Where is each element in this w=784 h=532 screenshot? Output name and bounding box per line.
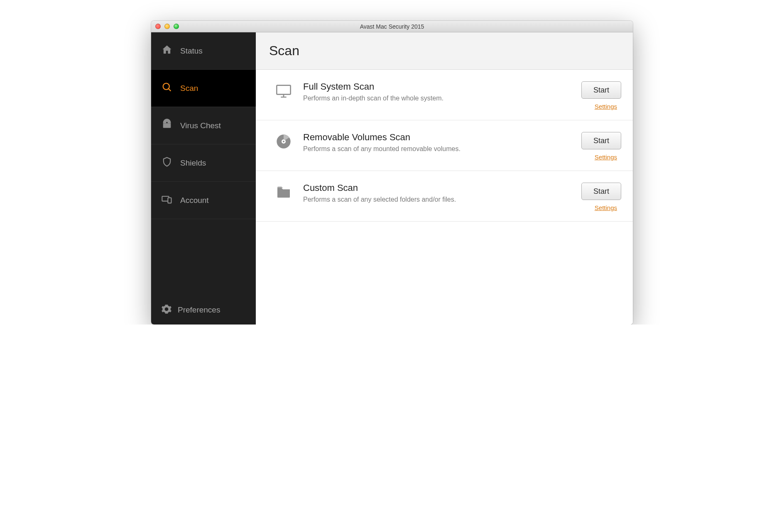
minimize-window-button[interactable]	[164, 24, 170, 29]
titlebar: Avast Mac Security 2015	[151, 21, 633, 32]
svg-rect-5	[168, 198, 171, 203]
sidebar-item-account[interactable]: Account	[151, 182, 256, 219]
scan-actions: Start Settings	[571, 132, 621, 161]
shield-icon	[161, 156, 173, 170]
scan-name: Custom Scan	[303, 183, 571, 193]
sidebar-item-label: Account	[180, 196, 209, 205]
start-button[interactable]: Start	[581, 183, 621, 200]
scan-list: Full System Scan Performs an in-depth sc…	[256, 70, 633, 222]
scan-description: Performs a scan of any mounted removable…	[303, 145, 571, 153]
app-window: Avast Mac Security 2015 Status Scan Vi	[151, 21, 633, 325]
main-pane: Scan Full System Scan Performs an in-dep…	[256, 32, 633, 325]
scan-row-custom: Custom Scan Performs a scan of any selec…	[256, 171, 633, 222]
monitor-icon	[274, 81, 293, 100]
start-button[interactable]: Start	[581, 132, 621, 149]
sidebar-item-status[interactable]: Status	[151, 32, 256, 70]
magnifier-icon	[161, 81, 173, 95]
traffic-lights	[155, 24, 179, 29]
sidebar-item-shields[interactable]: Shields	[151, 144, 256, 182]
sidebar: Status Scan Virus Chest Shields	[151, 32, 256, 325]
close-window-button[interactable]	[155, 24, 161, 29]
main-header: Scan	[256, 32, 633, 70]
scan-actions: Start Settings	[571, 81, 621, 110]
gear-icon	[161, 304, 172, 317]
chest-icon	[161, 119, 173, 132]
scan-name: Full System Scan	[303, 81, 571, 92]
sidebar-item-preferences[interactable]: Preferences	[151, 295, 256, 325]
scan-row-removable-volumes: Removable Volumes Scan Performs a scan o…	[256, 120, 633, 171]
svg-point-3	[166, 122, 167, 123]
svg-rect-2	[163, 124, 171, 128]
zoom-window-button[interactable]	[174, 24, 179, 29]
scan-text: Full System Scan Performs an in-depth sc…	[303, 81, 571, 102]
preferences-label: Preferences	[178, 305, 220, 315]
scan-row-full-system: Full System Scan Performs an in-depth sc…	[256, 70, 633, 120]
window-title: Avast Mac Security 2015	[151, 23, 633, 30]
sidebar-item-label: Status	[180, 46, 203, 56]
scan-description: Performs a scan of any selected folders …	[303, 196, 571, 203]
start-button[interactable]: Start	[581, 81, 621, 99]
devices-icon	[161, 193, 173, 207]
sidebar-item-label: Virus Chest	[180, 121, 221, 130]
sidebar-item-label: Shields	[180, 159, 206, 168]
svg-rect-6	[277, 85, 290, 95]
scan-description: Performs an in-depth scan of the whole s…	[303, 95, 571, 102]
home-icon	[161, 44, 173, 58]
svg-line-1	[169, 89, 171, 91]
sidebar-spacer	[151, 219, 256, 295]
folder-icon	[274, 183, 293, 202]
svg-point-0	[163, 83, 169, 90]
settings-link[interactable]: Settings	[595, 103, 617, 110]
scan-name: Removable Volumes Scan	[303, 132, 571, 143]
scan-actions: Start Settings	[571, 183, 621, 211]
disc-icon	[274, 132, 293, 151]
settings-link[interactable]: Settings	[595, 204, 617, 211]
page-title: Scan	[269, 43, 299, 59]
scan-text: Custom Scan Performs a scan of any selec…	[303, 183, 571, 203]
sidebar-item-virus-chest[interactable]: Virus Chest	[151, 107, 256, 144]
sidebar-item-scan[interactable]: Scan	[151, 70, 256, 107]
settings-link[interactable]: Settings	[595, 154, 617, 161]
scan-text: Removable Volumes Scan Performs a scan o…	[303, 132, 571, 153]
sidebar-item-label: Scan	[180, 84, 198, 93]
window-body: Status Scan Virus Chest Shields	[151, 32, 633, 325]
svg-point-11	[283, 141, 284, 142]
